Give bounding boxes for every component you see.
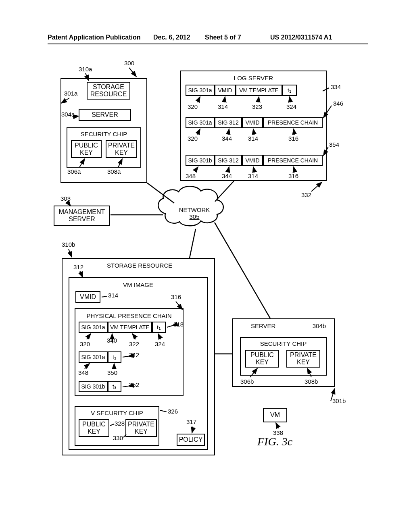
label-public-a: PUBLIC	[75, 142, 98, 149]
ref-314-b: 314	[108, 292, 118, 299]
t-log2-s1: SIG 301a	[188, 119, 212, 126]
ref-312: 312	[73, 264, 83, 270]
ref-304a: 304a	[61, 111, 75, 118]
log-row2-vmid: VMID	[242, 117, 263, 128]
svg-line-24	[311, 182, 322, 191]
ref-344-2: 344	[222, 172, 232, 179]
box-storage-resource-a: STORAGE RESOURCE	[87, 82, 130, 100]
label-public-v: PUBLIC	[82, 421, 106, 428]
box-vmid: VMID	[75, 291, 100, 303]
chain1-sig: SIG 301a	[79, 322, 108, 333]
log-row3-chain: PRESENCE CHAIN	[263, 155, 323, 166]
label-key-pb: KEY	[256, 359, 269, 366]
ref-320: 320	[188, 103, 198, 110]
header-rule	[48, 44, 368, 44]
ref-342: 342	[129, 351, 139, 358]
chain1-tpl: VM TEMPLATE	[108, 322, 152, 333]
ref-306b: 306b	[240, 378, 254, 385]
t-c2-t: t₂	[113, 354, 117, 360]
label-storage-b: STORAGE RESOURCE	[107, 262, 172, 269]
box-vm: VM	[263, 408, 287, 422]
t-log2-c: PRESENCE CHAIN	[268, 119, 318, 126]
t-log2-s2: SIG 312	[218, 119, 238, 126]
chain2-sig: SIG 301a	[79, 351, 108, 363]
ref-305: 305	[189, 213, 199, 220]
svg-line-11	[69, 249, 72, 257]
ref-320-2: 320	[188, 135, 198, 142]
ref-348: 348	[186, 172, 196, 179]
ref-334: 334	[331, 83, 341, 90]
svg-line-6	[129, 68, 136, 77]
t-log1-tpl: VM TEMPLATE	[239, 87, 279, 94]
ref-352: 352	[129, 381, 139, 388]
box-private-v: PRIVATE KEY	[125, 419, 157, 437]
ref-346: 346	[333, 100, 343, 107]
label-network: NETWORK	[179, 206, 210, 213]
ref-316-b: 316	[171, 293, 181, 300]
label-presence-chain: PHYSICAL PRESENCE CHAIN	[75, 312, 183, 319]
log-row2-sig312: SIG 312	[215, 117, 242, 128]
t-log3-v: VMID	[246, 157, 260, 164]
chain3-t3: t₃	[108, 381, 121, 392]
label-key-pa: KEY	[80, 149, 93, 156]
label-private-b: PRIVATE	[290, 351, 317, 359]
ref-340: 340	[107, 337, 117, 344]
ref-328: 328	[115, 420, 125, 427]
box-policy: POLICY	[177, 434, 205, 446]
log-row1-vmid: VMID	[215, 85, 236, 96]
box-public-key-b: PUBLIC KEY	[245, 350, 279, 368]
ref-324: 324	[286, 103, 296, 110]
label-vsecurity: V SECURITY CHIP	[75, 409, 159, 416]
ref-303: 303	[60, 195, 71, 202]
box-private-key-b: PRIVATE KEY	[286, 350, 320, 368]
label-public-b: PUBLIC	[250, 351, 274, 359]
label-key-prb: KEY	[297, 359, 310, 366]
ref-348-b: 348	[78, 369, 88, 376]
box-public-key-a: PUBLIC KEY	[71, 140, 102, 158]
t-log1-vmid: VMID	[218, 87, 232, 94]
label-server-b: SERVER	[251, 322, 275, 329]
label-security-chip-b: SECURITY CHIP	[241, 340, 326, 347]
log-row3-sig301b: SIG 301b	[186, 155, 215, 166]
label-key-pra: KEY	[115, 149, 128, 156]
t-c3-sig: SIG 301b	[81, 383, 105, 390]
box-public-v: PUBLIC KEY	[79, 419, 109, 437]
ref-330: 330	[113, 434, 123, 441]
chain1-t1: t₁	[152, 322, 166, 333]
log-row1-vmtpl: VM TEMPLATE	[236, 85, 282, 96]
ref-314-2: 314	[248, 135, 258, 142]
label-log-server: LOG SERVER	[181, 75, 326, 81]
ref-304b: 304b	[313, 322, 326, 329]
label-mgmt-server: SERVER	[69, 216, 95, 223]
t-c1-tpl: VM TEMPLATE	[110, 324, 150, 330]
log-row1-t1: t₁	[282, 85, 297, 96]
log-row3-vmid: VMID	[242, 155, 263, 166]
fig-text: FIG. 3c	[257, 435, 292, 448]
ref-332: 332	[301, 191, 311, 198]
t-c1-sig: SIG 301a	[81, 324, 105, 330]
header-pubno: US 2012/0311574 A1	[270, 34, 332, 41]
figure-label: FIG. 3c	[257, 435, 292, 448]
t-log1-sig: SIG 301a	[188, 87, 212, 94]
ref-322: 322	[129, 341, 139, 347]
ref-306a: 306a	[67, 168, 81, 175]
svg-line-4	[215, 222, 270, 318]
ref-317: 317	[186, 418, 196, 425]
ref-310a: 310a	[79, 66, 92, 73]
ref-344: 344	[222, 135, 232, 142]
ref-323: 323	[252, 103, 262, 110]
svg-line-1	[147, 183, 174, 203]
log-row1-sig301a: SIG 301a	[186, 85, 215, 96]
label-policy: POLICY	[179, 436, 203, 443]
ref-310b: 310b	[62, 241, 75, 248]
chain3-sig: SIG 301b	[79, 381, 108, 392]
log-row2-chain: PRESENCE CHAIN	[263, 117, 323, 128]
t-log2-v: VMID	[246, 119, 260, 126]
ref-314-3: 314	[248, 172, 258, 179]
t-c3-t: t₃	[113, 383, 117, 390]
label-vm-image: VM IMAGE	[69, 281, 207, 288]
header-sheet: Sheet 5 of 7	[205, 34, 241, 41]
svg-line-2	[215, 181, 234, 202]
label-private-v: PRIVATE	[128, 421, 154, 428]
ref-318: 318	[173, 321, 184, 328]
